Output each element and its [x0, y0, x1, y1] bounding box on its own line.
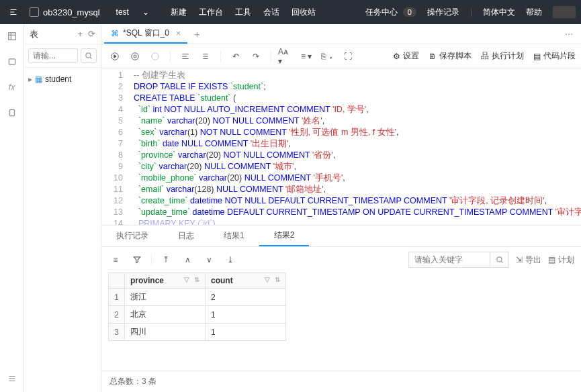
scroll-top-button[interactable]: ⤒: [159, 252, 173, 267]
results-search-input[interactable]: [409, 252, 490, 267]
table-icon: ▦: [35, 75, 42, 84]
sidebar: 表 + ⟳ ▸ ▦ student: [24, 24, 101, 392]
svg-point-7: [496, 257, 501, 262]
plan-icon: 品: [481, 50, 489, 62]
menu-recycle[interactable]: 回收站: [292, 7, 316, 18]
schema-name: test: [116, 7, 129, 17]
indent-button[interactable]: [197, 48, 214, 64]
schema-selector[interactable]: test ⌄: [111, 6, 154, 18]
svg-point-5: [132, 52, 139, 60]
svg-rect-1: [9, 59, 15, 64]
results-grid: province▽ ⇅count▽ ⇅ 1浙江22北京13四川1: [101, 273, 581, 341]
svg-point-3: [86, 53, 91, 58]
rail-function-icon[interactable]: fx: [7, 82, 17, 93]
editor-tabbar: ⌘ *SQL 窗口_0 × + ⋯: [101, 24, 581, 44]
sidebar-search-button[interactable]: [81, 48, 97, 63]
editor-tab-label: *SQL 窗口_0: [123, 28, 169, 39]
sql-editor[interactable]: 1234567891011121314 -- 创建学生表DROP TABLE I…: [101, 68, 581, 226]
stop-button[interactable]: [147, 48, 163, 64]
chevron-down-icon: ⌄: [142, 7, 149, 17]
scroll-up-button[interactable]: ∧: [180, 252, 195, 267]
app-logo-icon[interactable]: [5, 4, 21, 20]
export-icon: ⇲: [516, 255, 523, 264]
results-tabbar: 执行记录日志结果1结果2: [101, 226, 581, 247]
database-icon: [30, 7, 39, 17]
tab-overflow-button[interactable]: ⋯: [560, 30, 578, 39]
plan-button[interactable]: ▤计划: [548, 254, 574, 266]
scroll-down-button[interactable]: ∨: [202, 252, 216, 267]
icon-rail: fx: [0, 24, 24, 392]
total-value: 3 条: [142, 376, 157, 387]
sidebar-tree: ▸ ▦ student: [24, 68, 101, 91]
indent-settings-button[interactable]: ≡ ▾: [298, 48, 314, 64]
sidebar-refresh-button[interactable]: ⟳: [88, 29, 95, 39]
topbar: ob3230_mysql test ⌄ 新建 工作台 工具 会话 回收站 任务中…: [0, 0, 581, 24]
sql-tab-icon: ⌘: [111, 29, 119, 38]
table-row[interactable]: 2北京1: [109, 306, 286, 324]
editor-toolbar: ↶ ↷ Aᴀ ▾ ≡ ▾ ⎘ ▾ ⛶ ⚙设置 🗎保存脚本 品执行计划 ▤代码片段: [101, 44, 581, 68]
rail-table-icon[interactable]: [7, 31, 17, 42]
export-button[interactable]: ⇲导出: [516, 254, 541, 266]
rail-sql-icon[interactable]: [7, 56, 17, 67]
results-tab-2[interactable]: 结果1: [209, 226, 259, 246]
settings-button[interactable]: ⚙设置: [393, 50, 419, 62]
exec-plan-button[interactable]: 品执行计划: [481, 50, 524, 62]
operation-log[interactable]: 操作记录: [427, 7, 459, 18]
format-button[interactable]: [177, 48, 193, 64]
caret-right-icon: ▸: [28, 75, 32, 84]
svg-rect-2: [9, 109, 14, 115]
close-icon[interactable]: ×: [176, 29, 181, 38]
menu-new[interactable]: 新建: [171, 7, 187, 18]
main-menu: 新建 工作台 工具 会话 回收站: [171, 7, 316, 18]
expand-button[interactable]: ⛶: [340, 48, 356, 64]
results-tab-0[interactable]: 执行记录: [101, 226, 163, 246]
database-name: ob3230_mysql: [43, 7, 100, 17]
rail-collapse-icon[interactable]: [7, 373, 17, 384]
undo-button[interactable]: ↶: [228, 48, 244, 64]
results-panel: 执行记录日志结果1结果2 ≡ ⤒ ∧ ∨ ⤓ ⇲导出 ▤计划 provin: [101, 226, 581, 392]
results-tab-1[interactable]: 日志: [163, 226, 209, 246]
tree-item-student[interactable]: ▸ ▦ student: [28, 73, 97, 85]
run-current-button[interactable]: [127, 48, 143, 64]
column-header[interactable]: count▽ ⇅: [206, 273, 286, 289]
table-row[interactable]: 1浙江2: [109, 289, 286, 306]
task-count-badge: 0: [403, 7, 416, 17]
results-toolbar: ≡ ⤒ ∧ ∨ ⤓ ⇲导出 ▤计划: [101, 247, 581, 273]
user-avatar[interactable]: [553, 6, 576, 18]
columns-button[interactable]: ≡: [108, 252, 123, 267]
language-switch[interactable]: 简体中文: [483, 7, 515, 18]
svg-rect-0: [8, 33, 15, 40]
scroll-bottom-button[interactable]: ⤓: [223, 252, 238, 267]
menu-tools[interactable]: 工具: [235, 7, 251, 18]
add-tab-button[interactable]: +: [194, 28, 200, 40]
tree-item-label: student: [45, 75, 71, 84]
results-tab-3[interactable]: 结果2: [259, 226, 310, 246]
gear-icon: ⚙: [393, 52, 400, 61]
main-area: ⌘ *SQL 窗口_0 × + ⋯ ↶ ↷ Aᴀ ▾ ≡ ▾ ⎘ ▾ ⛶ ⚙设置: [101, 24, 581, 392]
filter-button[interactable]: [130, 252, 144, 267]
table-row[interactable]: 3四川1: [109, 324, 286, 341]
rail-clipboard-icon[interactable]: [7, 107, 17, 118]
row-number-header: [109, 273, 125, 289]
column-header[interactable]: province▽ ⇅: [125, 273, 206, 289]
code-snippet-button[interactable]: ▤代码片段: [533, 50, 576, 62]
svg-point-6: [152, 52, 159, 60]
plan-icon: ▤: [548, 255, 555, 264]
comment-button[interactable]: ⎘ ▾: [318, 48, 335, 64]
editor-tab-active[interactable]: ⌘ *SQL 窗口_0 ×: [104, 25, 187, 44]
menu-session[interactable]: 会话: [263, 7, 279, 18]
sidebar-add-button[interactable]: +: [77, 29, 83, 39]
save-script-button[interactable]: 🗎保存脚本: [429, 50, 472, 62]
redo-button[interactable]: ↷: [248, 48, 264, 64]
search-icon[interactable]: [490, 252, 508, 267]
menu-workspace[interactable]: 工作台: [199, 7, 223, 18]
total-label: 总条数：: [109, 376, 142, 387]
task-center[interactable]: 任务中心 0: [365, 7, 416, 18]
results-footer: 总条数： 3 条: [101, 371, 581, 392]
sidebar-title: 表: [30, 28, 72, 40]
sidebar-search-input[interactable]: [28, 48, 78, 63]
snippet-icon: ▤: [533, 52, 541, 61]
case-button[interactable]: Aᴀ ▾: [278, 48, 294, 64]
help-link[interactable]: 帮助: [526, 7, 542, 18]
run-button[interactable]: [107, 48, 123, 64]
